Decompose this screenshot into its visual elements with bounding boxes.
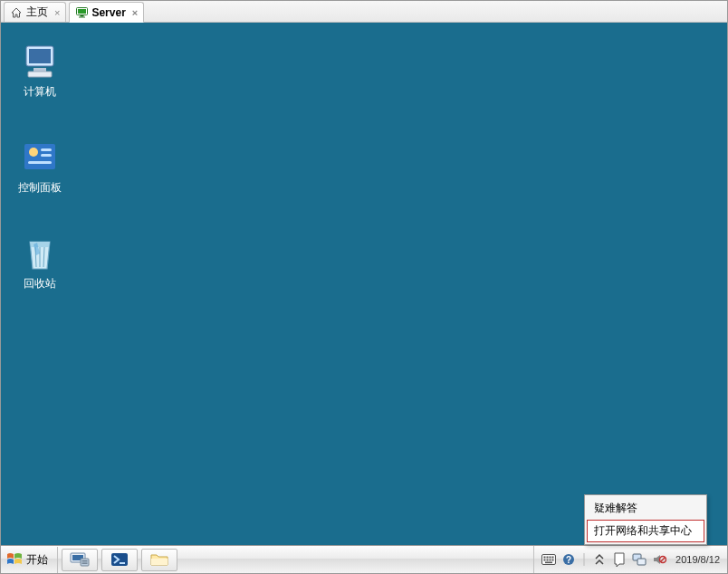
- menu-item-label: 打开网络和共享中心: [594, 524, 692, 537]
- svg-rect-10: [41, 148, 52, 151]
- volume-icon[interactable]: [652, 552, 666, 567]
- home-icon: [10, 6, 23, 19]
- pinned-powershell[interactable]: [101, 549, 138, 571]
- svg-rect-7: [28, 72, 52, 77]
- svg-rect-30: [547, 560, 549, 561]
- svg-rect-26: [547, 557, 549, 559]
- start-label: 开始: [26, 552, 48, 568]
- desktop-icon-control-panel[interactable]: 控制面板: [6, 139, 73, 196]
- pinned-explorer[interactable]: [141, 549, 177, 571]
- svg-rect-11: [41, 154, 52, 157]
- menu-item-open-network-center[interactable]: 打开网络和共享中心: [587, 520, 704, 542]
- taskbar-tray: ? 2019/8/12: [533, 546, 727, 573]
- desktop-icon-computer[interactable]: 计算机: [6, 43, 73, 100]
- desktop-icon-label: 计算机: [6, 84, 73, 100]
- svg-rect-2: [80, 15, 83, 17]
- desktop-icon-recycle-bin[interactable]: 回收站: [6, 234, 73, 292]
- tabs-bar: 主页 × Server ×: [1, 1, 727, 23]
- svg-rect-1: [78, 9, 86, 14]
- chevron-up-icon[interactable]: [592, 552, 607, 567]
- action-center-icon[interactable]: [612, 552, 627, 567]
- computer-icon: [21, 43, 59, 81]
- divider-icon: [581, 552, 587, 567]
- svg-rect-38: [637, 559, 646, 565]
- svg-rect-32: [552, 560, 554, 561]
- desktop-icon-label: 回收站: [6, 276, 73, 292]
- svg-rect-5: [29, 49, 51, 63]
- keyboard-icon[interactable]: [541, 552, 556, 567]
- svg-rect-25: [544, 557, 546, 559]
- menu-item-label: 疑难解答: [594, 502, 637, 514]
- control-panel-icon: [21, 139, 59, 177]
- menu-item-troubleshoot[interactable]: 疑难解答: [587, 497, 704, 520]
- svg-line-40: [660, 558, 665, 562]
- network-icon[interactable]: [632, 552, 647, 567]
- windows-logo-icon: [6, 551, 23, 568]
- svg-rect-3: [79, 16, 85, 17]
- tray-date[interactable]: 2019/8/12: [675, 554, 720, 565]
- close-icon[interactable]: ×: [54, 7, 60, 18]
- start-button[interactable]: 开始: [1, 547, 58, 573]
- help-icon[interactable]: ?: [561, 552, 576, 567]
- desktop-icon-label: 控制面板: [6, 180, 73, 196]
- svg-rect-8: [24, 144, 55, 169]
- desktop[interactable]: 计算机 控制面板 回收站: [1, 23, 727, 545]
- svg-rect-6: [34, 68, 46, 72]
- svg-rect-18: [81, 559, 89, 566]
- svg-rect-27: [550, 557, 551, 559]
- close-icon[interactable]: ×: [132, 7, 138, 18]
- svg-rect-29: [544, 560, 546, 561]
- svg-rect-31: [550, 560, 551, 561]
- tab-home-label: 主页: [26, 5, 48, 20]
- svg-rect-12: [28, 161, 52, 164]
- tab-server-label: Server: [91, 6, 125, 19]
- tab-server[interactable]: Server ×: [69, 2, 144, 23]
- tab-home[interactable]: 主页 ×: [4, 2, 66, 22]
- monitor-icon: [75, 6, 88, 19]
- network-context-menu: 疑难解答 打开网络和共享中心: [584, 494, 707, 545]
- svg-text:?: ?: [566, 555, 571, 565]
- svg-rect-19: [82, 560, 88, 561]
- svg-rect-33: [545, 562, 552, 564]
- recycle-bin-icon: [21, 234, 59, 273]
- pinned-apps: [62, 546, 177, 573]
- svg-rect-28: [552, 557, 554, 559]
- pinned-server-manager[interactable]: [62, 549, 98, 571]
- svg-rect-20: [82, 563, 88, 564]
- svg-point-9: [29, 148, 38, 157]
- svg-rect-23: [151, 559, 168, 565]
- taskbar: 开始 ?: [1, 545, 727, 573]
